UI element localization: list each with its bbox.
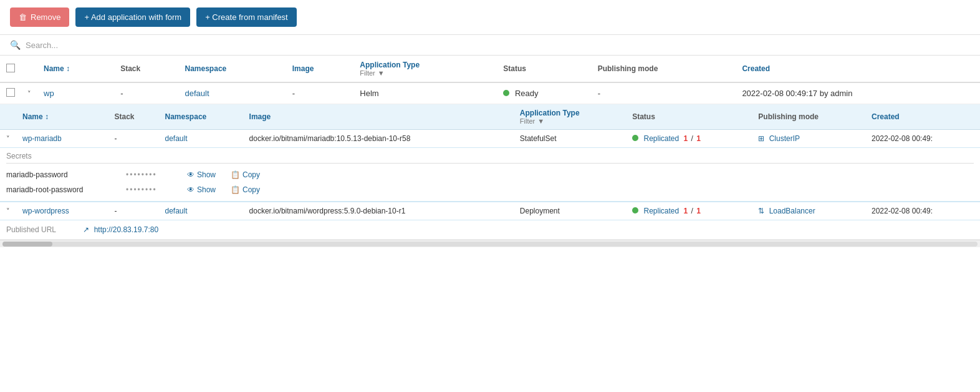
add-application-button[interactable]: + Add application with form	[75, 7, 190, 27]
sub-filter-label: Filter	[520, 117, 535, 125]
row-expand-chevron[interactable]: ˅	[27, 90, 31, 97]
secret-name-password: mariadb-password	[6, 170, 118, 179]
app-name-mariadb[interactable]: wp-mariadb	[22, 134, 62, 143]
sub-col-image[interactable]: Image	[243, 104, 514, 130]
search-icon: 🔍	[10, 40, 21, 50]
col-created[interactable]: Created	[736, 56, 980, 82]
published-url-section: Published URL ↗ http://20.83.19.7:80	[0, 220, 980, 239]
secrets-row: Secrets mariadb-password •••••••• 👁	[0, 148, 980, 202]
wordpress-status: Replicated 1 / 1	[626, 202, 752, 220]
wordpress-publishing-mode: ⇅ LoadBalancer	[752, 202, 865, 220]
sub-filter-icon[interactable]: ▼	[537, 117, 544, 125]
mariadb-publishing-mode: ⊞ ClusterIP	[752, 130, 865, 148]
create-manifest-button[interactable]: + Create from manifest	[196, 7, 297, 27]
app-namespace: default	[179, 82, 286, 104]
filter-label-text: Filter	[360, 69, 375, 77]
scrollbar-thumb[interactable]	[2, 242, 52, 247]
remove-button[interactable]: 🗑 Remove	[10, 7, 69, 27]
mariadb-app-type: StatefulSet	[514, 130, 626, 148]
search-bar: 🔍	[0, 35, 980, 56]
sub-col-status: Status	[626, 104, 752, 130]
mariadb-status-dot	[632, 135, 638, 141]
sub-col-namespace[interactable]: Namespace	[159, 104, 243, 130]
app-name-wp[interactable]: wp	[44, 89, 54, 98]
secret-item-password: mariadb-password •••••••• 👁 Show	[6, 167, 974, 182]
sub-table-header: Name ↕ Stack Namespace Image Application…	[0, 104, 980, 130]
secrets-label: Secrets	[6, 152, 974, 164]
status-dot	[503, 90, 509, 96]
app-publishing-mode: -	[592, 82, 736, 104]
app-name-wordpress[interactable]: wp-wordpress	[22, 207, 69, 215]
secret-item-root-password: mariadb-root-password •••••••• 👁 Show	[6, 182, 974, 197]
copy-icon: 📋	[231, 170, 240, 179]
horizontal-scrollbar[interactable]	[0, 240, 980, 247]
row-checkbox[interactable]	[6, 88, 15, 97]
sub-col-name[interactable]: Name ↕	[16, 104, 108, 130]
published-url-row: Published URL ↗ http://20.83.19.7:80	[0, 220, 980, 240]
clusterip-icon: ⊞	[758, 134, 764, 143]
published-url-link[interactable]: http://20.83.19.7:80	[94, 225, 158, 234]
sub-table-row-mariadb: ˅ wp-mariadb - default docker	[0, 130, 980, 148]
show-password-button[interactable]: 👁 Show	[183, 169, 219, 180]
mariadb-status: Replicated 1 / 1	[626, 130, 752, 148]
wordpress-expand-chevron[interactable]: ˅	[6, 207, 10, 215]
sub-table-row-wordpress: ˅ wp-wordpress - default dock	[0, 202, 980, 220]
select-all-checkbox[interactable]	[6, 64, 15, 72]
col-namespace[interactable]: Namespace	[179, 56, 286, 82]
table-header: Name ↕ Stack Namespace Image Application…	[0, 56, 980, 82]
copy-root-password-button[interactable]: 📋 Copy	[227, 184, 264, 195]
table-row: ˅ wp - default - Helm Ready - 2022-02-08…	[0, 82, 980, 104]
app-status: Ready	[497, 82, 591, 104]
show-root-password-button[interactable]: 👁 Show	[183, 184, 219, 195]
wordpress-stack: -	[108, 202, 158, 220]
sub-col-publishing-mode: Publishing mode	[752, 104, 865, 130]
wordpress-status-dot	[632, 207, 638, 213]
sub-col-stack: Stack	[108, 104, 158, 130]
app-image: -	[286, 82, 354, 104]
applications-table: Name ↕ Stack Namespace Image Application…	[0, 56, 980, 240]
main-content: Name ↕ Stack Namespace Image Application…	[0, 56, 980, 240]
secret-name-root-password: mariadb-root-password	[6, 185, 118, 194]
mariadb-created: 2022-02-08 00:49:	[865, 130, 980, 148]
secrets-section: Secrets mariadb-password •••••••• 👁	[0, 148, 980, 202]
col-image[interactable]: Image	[286, 56, 354, 82]
published-url-label: Published URL	[6, 225, 81, 234]
loadbalancer-icon: ⇅	[758, 207, 764, 215]
mariadb-image: docker.io/bitnami/mariadb:10.5.13-debian…	[243, 130, 514, 148]
copy-password-button[interactable]: 📋 Copy	[227, 169, 264, 180]
eye-icon: 👁	[187, 170, 195, 179]
search-input[interactable]	[26, 41, 213, 50]
sub-applications-table: Name ↕ Stack Namespace Image Application…	[0, 104, 980, 239]
col-publishing-mode: Publishing mode	[592, 56, 736, 82]
app-stack: -	[114, 82, 178, 104]
app-type: Helm	[353, 82, 497, 104]
eye-icon-root: 👁	[187, 185, 195, 194]
secret-dots-root-password: ••••••••	[126, 185, 176, 194]
trash-icon: 🗑	[19, 12, 27, 22]
external-link-icon: ↗	[83, 225, 89, 234]
mariadb-expand-chevron[interactable]: ˅	[6, 135, 10, 142]
app-created: 2022-02-08 00:49:17 by admin	[736, 82, 980, 104]
wordpress-app-type: Deployment	[514, 202, 626, 220]
filter-icon[interactable]: ▼	[378, 69, 385, 77]
mariadb-namespace: default	[159, 130, 243, 148]
wordpress-namespace: default	[159, 202, 243, 220]
toolbar: 🗑 Remove + Add application with form + C…	[0, 0, 980, 35]
copy-icon-root: 📋	[231, 185, 240, 194]
sub-table-wrapper: Name ↕ Stack Namespace Image Application…	[0, 104, 980, 239]
secret-dots-password: ••••••••	[126, 170, 176, 179]
scrollbar-track	[2, 242, 978, 247]
col-name[interactable]: Name ↕	[37, 56, 114, 82]
col-stack: Stack	[114, 56, 178, 82]
col-status: Status	[497, 56, 591, 82]
sub-col-created[interactable]: Created	[865, 104, 980, 130]
wordpress-created: 2022-02-08 00:49:	[865, 202, 980, 220]
mariadb-stack: -	[108, 130, 158, 148]
col-app-type: Application Type Filter ▼	[353, 56, 497, 82]
sub-table-row: Name ↕ Stack Namespace Image Application…	[0, 104, 980, 240]
wordpress-image: docker.io/bitnami/wordpress:5.9.0-debian…	[243, 202, 514, 220]
sub-col-app-type: Application Type Filter ▼	[514, 104, 626, 130]
